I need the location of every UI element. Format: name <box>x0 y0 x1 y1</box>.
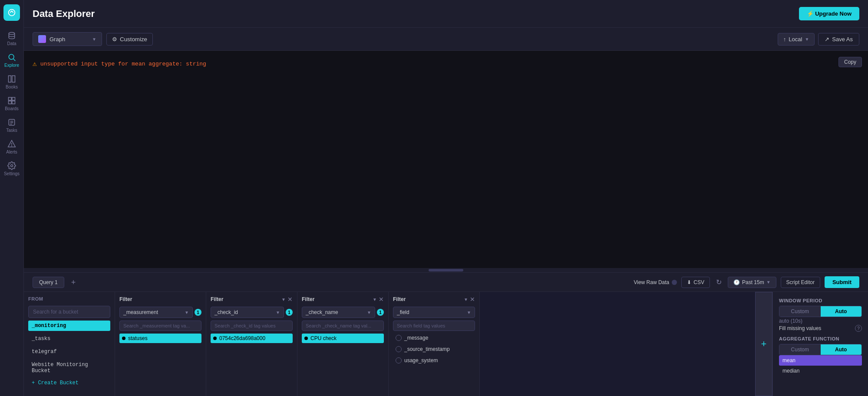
sidebar: Data Explore Books Boards Tasks Alerts S… <box>0 0 24 396</box>
filter-header-2: Filter ▼ ✕ <box>211 296 293 302</box>
filter-select-checkname[interactable]: _check_name ▼ <box>302 307 375 318</box>
csv-button[interactable]: ⬇ CSV <box>681 277 710 288</box>
filter-select-checkid[interactable]: _check_id ▼ <box>211 307 284 318</box>
filter-value-message[interactable]: _message <box>393 334 475 342</box>
filter-value-checkid[interactable]: 0754c26da698a000 <box>211 334 293 343</box>
data-icon <box>7 31 16 40</box>
chevron-icon: ▼ <box>281 297 286 302</box>
info-icon[interactable]: ? <box>855 325 862 332</box>
filter-title-3: Filter <box>302 296 314 302</box>
bucket-item-telegraf[interactable]: telegraf <box>28 347 110 357</box>
submit-button[interactable]: Submit <box>825 276 859 288</box>
sidebar-item-tasks[interactable]: Tasks <box>0 115 23 136</box>
chevron-icon: ▼ <box>367 310 371 315</box>
gear-icon: ⚙ <box>112 36 117 43</box>
sidebar-item-data[interactable]: Data <box>0 28 23 49</box>
filter-header-4: Filter ▼ ✕ <box>393 296 475 302</box>
svg-point-1 <box>9 33 14 35</box>
chevron-down-icon: ▼ <box>92 37 96 42</box>
query-tab[interactable]: Query 1 <box>33 277 64 288</box>
filter-select-measurement[interactable]: _measurement ▼ <box>119 307 193 318</box>
upgrade-button[interactable]: ⚡ Upgrade Now <box>799 7 859 20</box>
agg-auto-option[interactable]: Auto <box>821 344 862 355</box>
window-period-section: WINDOW PERIOD Custom Auto auto (10s) Fil… <box>779 298 862 332</box>
filter-close-3[interactable]: ✕ <box>379 296 384 302</box>
svg-rect-4 <box>9 76 11 82</box>
agg-median[interactable]: median <box>779 366 862 376</box>
bucket-item-website[interactable]: Website Monitoring Bucket <box>28 360 110 376</box>
copy-button[interactable]: Copy <box>838 57 862 67</box>
chevron-down-icon: ▼ <box>766 280 771 285</box>
filter-title-2: Filter <box>211 296 223 302</box>
measurement-search-input[interactable] <box>119 321 201 331</box>
toolbar-row: Graph ▼ ⚙ Customize ↑ Local ▼ ↗ Save As <box>24 28 868 51</box>
filter-select-field[interactable]: _field ▼ <box>393 307 475 318</box>
filter-header-1: Filter <box>119 296 201 302</box>
refresh-button[interactable]: ↻ <box>714 276 723 288</box>
chevron-icon: ▼ <box>276 310 280 315</box>
window-auto-option[interactable]: Auto <box>821 306 862 317</box>
time-range-button[interactable]: 🕐 Past 15m ▼ <box>728 277 776 288</box>
toolbar-left: Graph ▼ ⚙ Customize <box>33 32 153 46</box>
filter-value-statuses[interactable]: statuses <box>119 334 201 343</box>
view-raw-data-toggle[interactable]: View Raw Data <box>634 279 677 285</box>
window-custom-option[interactable]: Custom <box>779 306 821 317</box>
filter-value-source-timestamp[interactable]: _source_timestamp <box>393 345 475 353</box>
add-field-button[interactable]: + <box>755 292 772 396</box>
filter-title-1: Filter <box>119 296 132 302</box>
filter-close-2[interactable]: ✕ <box>287 296 293 302</box>
customize-button[interactable]: ⚙ Customize <box>106 33 153 46</box>
svg-line-3 <box>13 59 16 61</box>
checkname-search-input[interactable] <box>302 321 384 331</box>
chevron-down-icon: ▼ <box>805 37 809 42</box>
add-query-button[interactable]: + <box>69 278 79 286</box>
filter-value-usage-system[interactable]: usage_system <box>393 356 475 365</box>
create-bucket-link[interactable]: + Create Bucket <box>28 379 110 387</box>
field-search-input[interactable] <box>393 321 475 331</box>
bucket-item-monitoring[interactable]: _monitoring <box>28 321 110 331</box>
chevron-icon: ▼ <box>373 297 377 302</box>
sidebar-logo[interactable] <box>3 4 20 21</box>
aggregate-toggle: Custom Auto <box>779 344 862 355</box>
page-title: Data Explorer <box>33 8 95 20</box>
filter-close-4[interactable]: ✕ <box>470 296 475 302</box>
tasks-icon <box>7 118 16 127</box>
filter-title-4: Filter <box>393 296 406 302</box>
bucket-search-input[interactable] <box>28 306 110 318</box>
bottom-panels: FROM _monitoring _tasks telegraf Website… <box>24 292 868 396</box>
error-message: ⚠ unsupported input type for mean aggreg… <box>33 59 859 68</box>
boards-icon <box>7 96 16 105</box>
svg-point-16 <box>11 165 13 167</box>
svg-point-2 <box>9 54 14 59</box>
sidebar-item-boards[interactable]: Boards <box>0 93 23 115</box>
chart-area: ⚠ unsupported input type for mean aggreg… <box>24 51 868 272</box>
sidebar-item-explore[interactable]: Explore <box>0 49 23 71</box>
alerts-icon <box>7 140 16 148</box>
sidebar-item-books[interactable]: Books <box>0 71 23 93</box>
script-editor-button[interactable]: Script Editor <box>781 277 820 288</box>
sidebar-item-settings[interactable]: Settings <box>0 158 23 180</box>
save-as-button[interactable]: ↗ Save As <box>818 33 859 46</box>
selected-dot <box>122 337 125 340</box>
local-select[interactable]: ↑ Local ▼ <box>778 33 815 46</box>
agg-custom-option[interactable]: Custom <box>779 344 821 355</box>
checkbox-usage-system <box>396 357 402 363</box>
top-header: Data Explorer ⚡ Upgrade Now <box>24 0 868 28</box>
graph-type-select[interactable]: Graph ▼ <box>33 32 102 46</box>
chart-scrollbar <box>24 268 868 272</box>
auto-period-text: auto (10s) <box>779 317 862 325</box>
graph-icon <box>38 35 46 43</box>
filter-value-checkname[interactable]: CPU check <box>302 334 384 343</box>
query-bar-right: View Raw Data ⬇ CSV ↻ 🕐 Past 15m ▼ Scrip… <box>634 276 859 288</box>
main-content: Data Explorer ⚡ Upgrade Now Graph ▼ ⚙ Cu… <box>24 0 868 396</box>
filter-panel-checkid: Filter ▼ ✕ _check_id ▼ 1 0754c26 <box>206 292 297 396</box>
agg-mean[interactable]: mean <box>779 355 862 366</box>
bucket-item-tasks[interactable]: _tasks <box>28 334 110 344</box>
chevron-icon: ▼ <box>185 310 189 315</box>
fill-missing-row: Fill missing values ? <box>779 325 862 332</box>
svg-point-15 <box>12 146 12 146</box>
sidebar-item-alerts[interactable]: Alerts <box>0 136 23 158</box>
svg-rect-6 <box>9 98 12 101</box>
checkid-search-input[interactable] <box>211 321 293 331</box>
chevron-icon: ▼ <box>467 310 471 315</box>
